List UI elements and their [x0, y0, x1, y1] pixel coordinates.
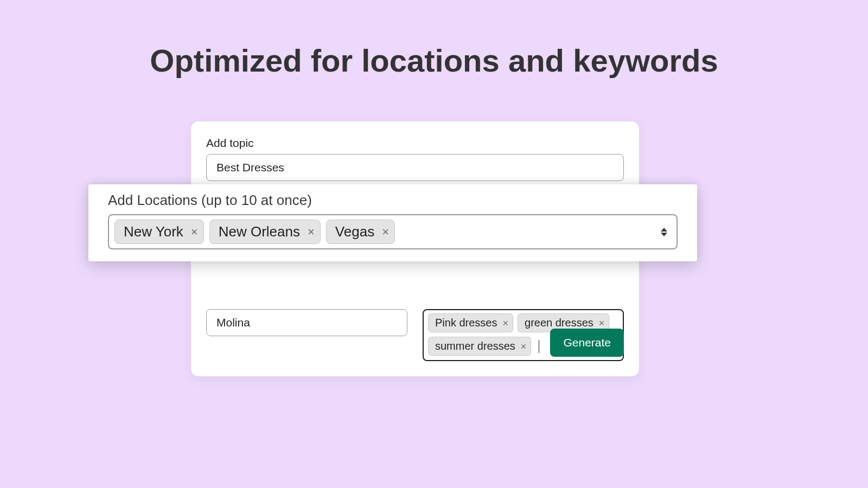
close-icon[interactable]: × [382, 226, 389, 238]
keyword-chip-label: Pink dresses [435, 317, 497, 329]
locations-input[interactable]: New York × New Orleans × Vegas × [108, 214, 678, 249]
keyword-chip[interactable]: Pink dresses × [428, 313, 513, 332]
topic-label: Add topic [206, 137, 624, 150]
topic-block: Add topic [206, 137, 624, 181]
location-chip[interactable]: New York × [114, 220, 204, 244]
location-chip-label: Vegas [335, 223, 374, 240]
locations-panel: Add Locations (up to 10 at once) New Yor… [88, 184, 697, 261]
keywords-label [423, 290, 624, 305]
keyword-chip[interactable]: summer dresses × [428, 337, 531, 356]
locations-label: Add Locations (up to 10 at once) [108, 192, 678, 209]
brand-col [206, 290, 407, 361]
topic-input[interactable] [206, 154, 624, 181]
close-icon[interactable]: × [308, 226, 315, 238]
close-icon[interactable]: × [503, 318, 509, 328]
location-chip[interactable]: New Orleans × [209, 220, 321, 244]
location-chip-label: New York [124, 223, 183, 240]
location-chip-label: New Orleans [219, 223, 300, 240]
select-indicator-icon[interactable] [660, 228, 668, 236]
keyword-chip-label: summer dresses [435, 340, 515, 352]
close-icon[interactable]: × [191, 226, 198, 238]
keyword-chip-label: green dresses [525, 317, 593, 329]
close-icon[interactable]: × [599, 318, 605, 328]
page-title: Optimized for locations and keywords [0, 42, 868, 79]
text-caret [539, 340, 539, 353]
location-chip[interactable]: Vegas × [326, 220, 395, 244]
brand-input[interactable] [206, 309, 407, 336]
generate-button[interactable]: Generate [550, 329, 624, 357]
brand-label [206, 290, 407, 305]
close-icon[interactable]: × [521, 342, 527, 351]
